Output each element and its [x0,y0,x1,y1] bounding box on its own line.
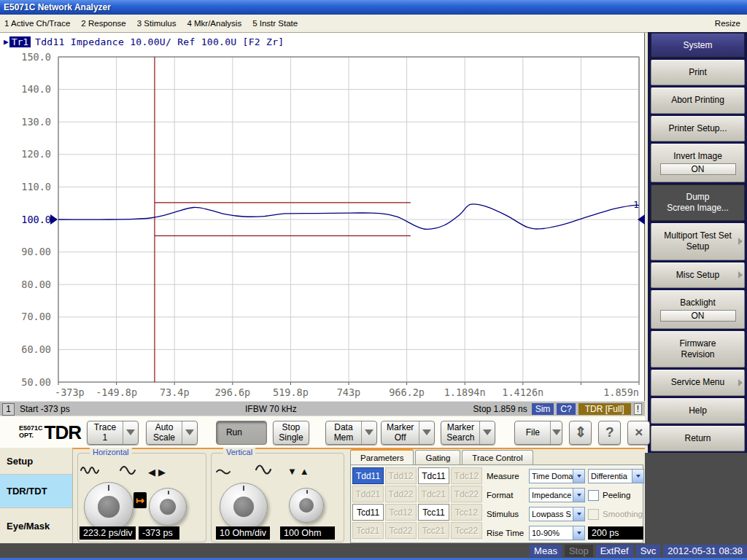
vertical-position-knob[interactable] [289,488,324,523]
dropdown-arrow-icon[interactable] [573,526,584,540]
horizontal-scale-knob[interactable] [84,482,133,532]
softkey-abort-printing[interactable]: Abort Printing [651,88,745,113]
parameter-matrix: Tdd11Tdd12Tdc11Tdc12Tdd21Tdd22Tdc21Tdc22… [352,467,482,539]
channel-number: 1 [2,403,15,416]
dropdown-arrow-icon[interactable] [361,421,376,444]
param-tcd11[interactable]: Tcd11 [352,504,384,521]
trace-number-badge[interactable]: Tr1 [9,36,31,47]
toolbar-button-label: Run [217,421,252,444]
param-tcc11[interactable]: Tcc11 [418,504,449,521]
topology-dropdown[interactable]: Differentia [588,469,644,483]
y-tick-label: 110.0 [21,181,51,192]
dropdown-arrow-icon[interactable] [123,421,138,444]
run-button[interactable]: Run [216,421,267,445]
help-button[interactable]: ? [598,421,621,445]
start-value[interactable]: Start -373 ps [20,404,70,414]
auto-scale-button[interactable]: Auto Scale [146,421,198,445]
softkey-dump-screen-image[interactable]: Dump Screen Image... [651,184,745,221]
softkey-printer-setup[interactable]: Printer Setup... [651,116,745,141]
softkey-firmware-revision[interactable]: Firmware Revision [651,331,745,368]
vertical-scale-knob[interactable] [220,483,268,531]
tab-eye-mask[interactable]: Eye/Mask [0,508,72,543]
softkey-multiport-test-set-setup[interactable]: Multiport Test Set Setup [651,223,745,260]
format-label: Format [487,491,529,499]
ref-level-marker-left[interactable] [50,214,58,225]
bottom-panel: SetupTDR/TDTEye/Mask Horizontal ◀▶ ↦ 223… [0,448,645,543]
close-button[interactable]: × [627,421,650,445]
dropdown-arrow-icon[interactable] [419,421,434,444]
horizontal-position-display[interactable]: -373 ps [139,526,179,540]
param-tdc22: Tdc22 [451,486,482,502]
menu-3-stimulus[interactable]: 3 Stimulus [137,19,177,28]
x-tick-label: 519.8p [273,386,309,398]
tab-trace-control[interactable]: Trace Control [462,450,533,465]
softkey-invert-image[interactable]: Invert Image ON [651,144,745,182]
softkey-help[interactable]: Help [651,398,745,424]
menu-1-active-ch-trace[interactable]: 1 Active Ch/Trace [4,19,70,28]
up-down-arrow-button[interactable]: ⇕ [569,421,592,445]
dropdown-arrow-icon[interactable] [632,470,643,483]
vertical-position-display[interactable]: 100 Ohm [280,526,335,540]
checkbox-icon[interactable] [588,490,599,501]
param-tdd11[interactable]: Tdd11 [352,467,384,484]
measure-dropdown[interactable]: Time Doma [529,469,585,483]
softkey-print[interactable]: Print [651,60,745,85]
stimulus-dropdown[interactable]: Lowpass S [529,507,585,521]
toolbar-button-label: File [515,421,550,444]
y-tick-label: 90.00 [21,246,51,257]
menu-2-response[interactable]: 2 Response [81,19,125,28]
small-wave-icon [216,467,231,476]
param-tdc11[interactable]: Tdc11 [418,467,449,484]
resize-control[interactable]: Resize [715,19,747,28]
dropdown-arrow-icon[interactable] [550,421,562,444]
vertical-scale-display[interactable]: 10 Ohm/div [216,526,270,540]
stimulus-row: Stimulus Lowpass S Smoothing [487,506,643,522]
menu-items: 1 Active Ch/Trace2 Response3 Stimulus4 M… [0,19,298,28]
impedance-plot[interactable]: 1150.0140.0130.0120.0110.0100.090.0080.0… [0,33,645,401]
statusbar-badges: MeasStopExtRefSvc2012-05-31 08:38 [527,545,747,557]
tab-tdr-tdt[interactable]: TDR/TDT [0,475,72,508]
menu-4-mkr-analysis[interactable]: 4 Mkr/Analysis [187,19,241,28]
dropdown-arrow-icon[interactable] [479,421,495,444]
data-mem-button[interactable]: Data Mem [325,421,377,445]
dropdown-arrow-icon[interactable] [573,489,584,502]
risetime-dropdown[interactable]: 10-90% [529,526,585,540]
softkey-return[interactable]: Return [651,426,745,451]
position-left-right-icons: ◀▶ [148,467,169,478]
softkey-backlight[interactable]: Backlight ON [651,290,745,329]
tab-gating[interactable]: Gating [415,450,460,465]
softkey-misc-setup[interactable]: Misc Setup [651,262,745,288]
group-label: Horizontal [90,448,132,456]
softkey-menu: System Print Abort Printing Printer Setu… [648,32,747,453]
submenu-arrow-icon [738,379,743,386]
y-tick-label: 50.00 [21,376,51,388]
tab-setup[interactable]: Setup [0,448,72,475]
stop-single-button[interactable]: Stop Single [273,421,309,445]
risetime-display[interactable]: 200 ps [588,526,643,540]
horizontal-position-knob[interactable] [149,488,187,526]
menu-5-instr-state[interactable]: 5 Instr State [252,19,298,28]
stop-value[interactable]: Stop 1.859 ns [473,404,527,414]
softkey-service-menu[interactable]: Service Menu [651,370,745,395]
measure-row: Measure Time Doma Differentia [487,468,644,484]
statusbar-stop: Stop [565,545,593,557]
dropdown-arrow-icon[interactable] [573,508,584,521]
file-button[interactable]: File [514,421,562,445]
param-tcd22: Tcd22 [385,522,417,539]
peeling-checkbox[interactable]: Peeling [588,490,630,501]
softkey-system[interactable]: System [651,33,745,58]
softkey-label: System [683,40,712,51]
tab-parameters[interactable]: Parameters [350,449,414,465]
marker-off-button[interactable]: Marker Off [381,421,435,445]
x-tick-label: 743p [337,386,361,398]
ifbw-value[interactable]: IFBW 70 kHz [245,404,297,414]
trace-1-button[interactable]: Trace 1 [87,421,139,445]
dropdown-arrow-icon[interactable] [182,421,197,444]
badge-c: C? [557,403,575,415]
horizontal-scale-display[interactable]: 223.2 ps/div [80,526,136,540]
marker-search-button[interactable]: Marker Search [441,421,495,445]
format-dropdown[interactable]: Impedance [529,488,585,502]
channel-status-right: Stop 1.859 ns SimC?TDR [Full]! [473,403,642,415]
dropdown-arrow-icon[interactable] [573,470,584,483]
format-row: Format Impedance Peeling [487,487,630,503]
